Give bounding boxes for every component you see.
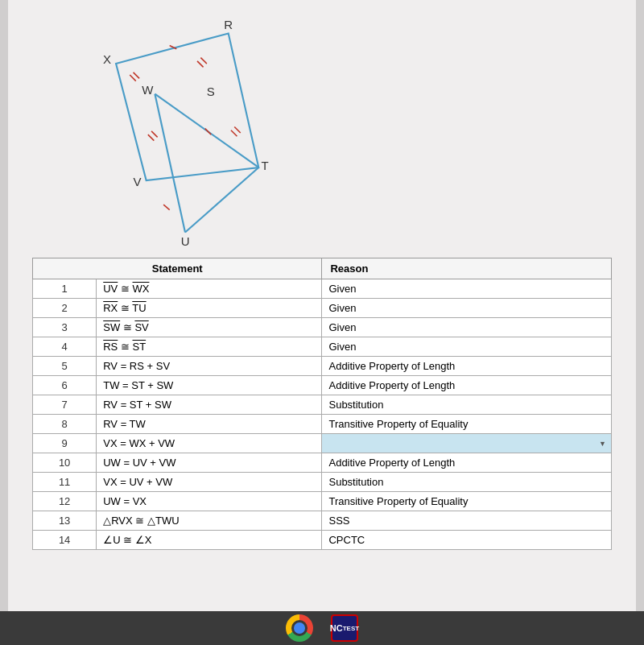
table-row: 9VX = WX + VW <box>33 434 612 453</box>
taskbar: NCTEST <box>0 611 644 645</box>
table-row: 10UW = UV + VWAdditive Property of Lengt… <box>33 453 612 473</box>
row-number: 12 <box>33 492 97 511</box>
row-number: 2 <box>33 299 97 318</box>
svg-line-0 <box>130 75 136 81</box>
svg-line-9 <box>163 205 170 209</box>
statement-cell: TW = ST + SW <box>97 376 322 395</box>
label-X: X <box>103 52 111 66</box>
outer-quadrilateral <box>116 33 258 180</box>
table-row: 12UW = VXTransitive Property of Equality <box>33 492 612 511</box>
svg-line-3 <box>151 131 158 138</box>
svg-line-6 <box>231 130 237 137</box>
reason-cell: CPCTC <box>322 531 612 550</box>
statement-cell: RX ≅ TU <box>97 299 322 318</box>
row-number: 4 <box>33 337 97 357</box>
svg-line-7 <box>234 126 241 133</box>
statement-cell: △RVX ≅ △TWU <box>97 511 322 531</box>
reason-cell: Given <box>322 279 612 299</box>
table-row: 3SW ≅ SVGiven <box>33 318 612 337</box>
label-R: R <box>224 18 233 31</box>
statement-cell: RV = RS + SV <box>97 357 322 376</box>
line-u-t <box>185 167 258 233</box>
label-V: V <box>134 175 142 188</box>
statement-cell: RV = TW <box>97 415 322 434</box>
statement-cell: RV = ST + SW <box>97 395 322 415</box>
row-number: 9 <box>33 434 97 453</box>
geometry-diagram: R X W S V T U <box>48 16 322 250</box>
row-number: 3 <box>33 318 97 337</box>
row-number: 8 <box>33 415 97 434</box>
table-row: 14∠U ≅ ∠XCPCTC <box>33 531 612 550</box>
statement-cell: UW = VX <box>97 492 322 511</box>
svg-line-5 <box>200 58 207 64</box>
svg-line-10 <box>205 129 212 135</box>
proof-table-wrapper: Statement Reason 1UV ≅ WXGiven2RX ≅ TUGi… <box>32 258 612 550</box>
statement-cell: ∠U ≅ ∠X <box>97 531 322 550</box>
reason-cell: Substitution <box>322 395 612 415</box>
svg-line-4 <box>197 61 204 68</box>
table-row: 13△RVX ≅ △TWUSSS <box>33 511 612 531</box>
reason-cell: Additive Property of Length <box>322 453 612 473</box>
row-number: 11 <box>33 473 97 492</box>
statement-header: Statement <box>33 258 322 279</box>
nc-logo: NCTEST <box>331 614 358 642</box>
table-row: 6TW = ST + SWAdditive Property of Length <box>33 376 612 395</box>
reason-cell[interactable] <box>322 434 612 453</box>
main-content: R X W S V T U Statement Reason 1UV ≅ WXG… <box>8 0 636 612</box>
table-row: 1UV ≅ WXGiven <box>33 279 612 299</box>
row-number: 14 <box>33 531 97 550</box>
chrome-icon-taskbar[interactable] <box>285 614 314 643</box>
reason-cell: Additive Property of Length <box>322 357 612 376</box>
statement-cell: UV ≅ WX <box>97 279 322 299</box>
table-row: 4RS ≅ STGiven <box>33 337 612 357</box>
chrome-logo <box>286 614 313 642</box>
statement-cell: VX = WX + VW <box>97 434 322 453</box>
reason-cell: Given <box>322 337 612 357</box>
label-S: S <box>207 85 215 98</box>
reason-cell: Additive Property of Length <box>322 376 612 395</box>
statement-cell: VX = UV + VW <box>97 473 322 492</box>
table-row: 8RV = TWTransitive Property of Equality <box>33 415 612 434</box>
reason-cell: Substitution <box>322 473 612 492</box>
svg-line-1 <box>134 72 140 79</box>
statement-cell: SW ≅ SV <box>97 318 322 337</box>
statement-cell: UW = UV + VW <box>97 453 322 473</box>
table-row: 7RV = ST + SWSubstitution <box>33 395 612 415</box>
reason-cell: Transitive Property of Equality <box>322 492 612 511</box>
table-row: 11VX = UV + VWSubstitution <box>33 473 612 492</box>
reason-header: Reason <box>322 258 612 279</box>
nc-test-icon[interactable]: NCTEST <box>330 614 359 643</box>
row-number: 7 <box>33 395 97 415</box>
diagram-container: R X W S V T U <box>48 16 322 250</box>
reason-cell: Transitive Property of Equality <box>322 415 612 434</box>
label-W: W <box>142 83 154 97</box>
row-number: 10 <box>33 453 97 473</box>
statement-cell: RS ≅ ST <box>97 337 322 357</box>
table-row: 5RV = RS + SVAdditive Property of Length <box>33 357 612 376</box>
label-U: U <box>181 234 190 248</box>
row-number: 6 <box>33 376 97 395</box>
row-number: 5 <box>33 357 97 376</box>
row-number: 13 <box>33 511 97 531</box>
label-T: T <box>262 159 269 172</box>
line-w-u <box>155 94 185 233</box>
reason-cell: SSS <box>322 511 612 531</box>
row-number: 1 <box>33 279 97 299</box>
reason-cell: Given <box>322 299 612 318</box>
svg-line-2 <box>148 134 155 141</box>
table-row: 2RX ≅ TUGiven <box>33 299 612 318</box>
reason-cell: Given <box>322 318 612 337</box>
proof-table: Statement Reason 1UV ≅ WXGiven2RX ≅ TUGi… <box>32 258 612 550</box>
